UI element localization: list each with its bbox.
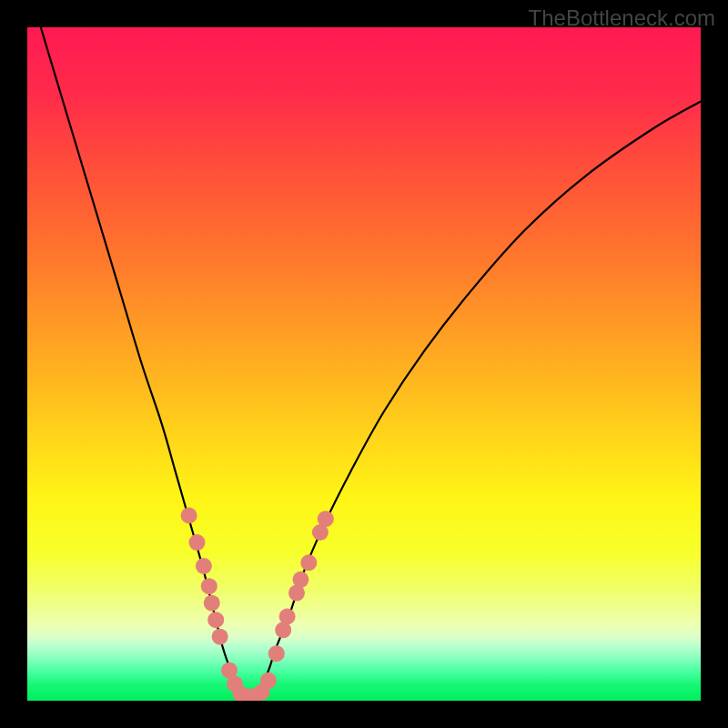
curve-marker: [196, 558, 212, 574]
curve-marker: [188, 534, 205, 551]
curve-marker: [207, 612, 224, 628]
curve-marker: [260, 672, 277, 689]
curve-marker: [279, 609, 296, 625]
gradient-background: [27, 27, 701, 701]
curve-marker: [181, 508, 197, 524]
watermark-text: TheBottleneck.com: [529, 5, 715, 31]
chart-frame: TheBottleneck.com: [0, 0, 728, 728]
curve-marker: [212, 629, 228, 645]
curve-marker: [300, 554, 317, 571]
curve-marker: [318, 511, 334, 527]
curve-marker: [204, 595, 220, 612]
curve-marker: [292, 571, 308, 588]
plot-area: [27, 27, 701, 701]
curve-marker: [268, 645, 285, 662]
bottleneck-chart: [27, 27, 701, 701]
curve-marker: [201, 578, 217, 594]
